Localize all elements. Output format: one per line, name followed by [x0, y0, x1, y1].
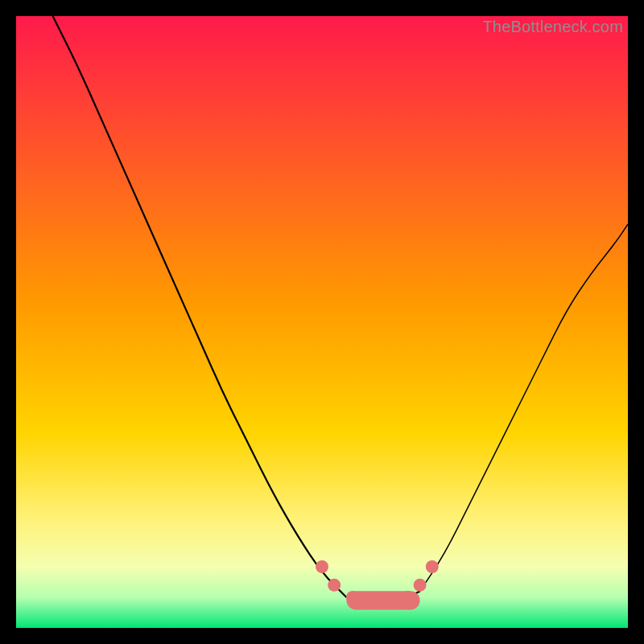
chart-background — [16, 16, 628, 628]
valley-marker-dot — [426, 560, 439, 573]
chart-svg — [16, 16, 628, 628]
watermark-label: TheBottleneck.com — [482, 18, 623, 36]
valley-marker-dot — [414, 579, 427, 592]
chart-frame: TheBottleneck.com — [16, 16, 628, 628]
valley-bar — [346, 591, 419, 609]
valley-marker-dot — [328, 579, 341, 592]
valley-marker-dot — [316, 560, 328, 573]
